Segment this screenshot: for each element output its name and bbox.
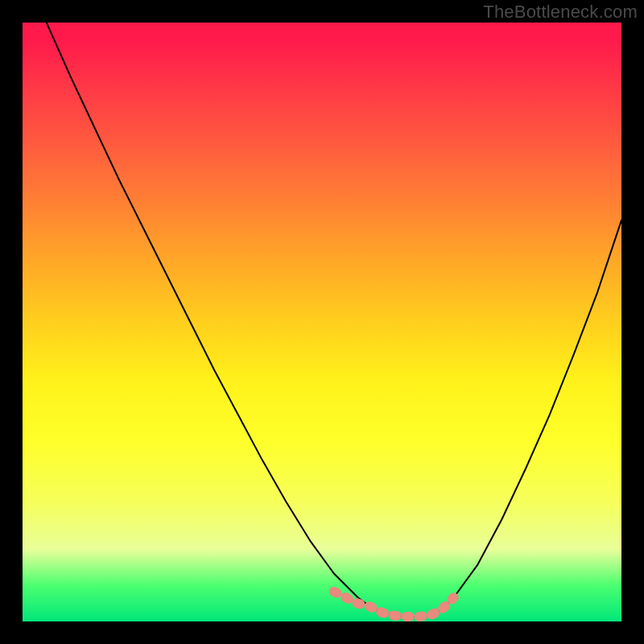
chart-svg (23, 23, 621, 621)
highlight-band-line (334, 592, 454, 617)
chart-area (23, 23, 621, 621)
bottleneck-curve-line (47, 23, 621, 617)
watermark-text: TheBottleneck.com (483, 2, 638, 23)
